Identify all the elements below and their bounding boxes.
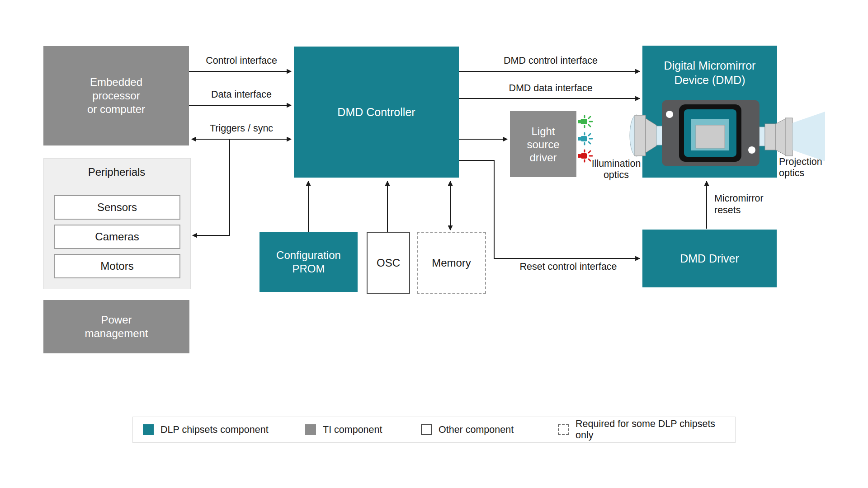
legend-label: Required for some DLP chipsets only — [576, 418, 735, 441]
triggers-sync-label: Triggers / sync — [210, 123, 273, 134]
motors-box: Motors — [54, 254, 180, 278]
memory-box: Memory — [417, 232, 486, 294]
dmd-chip-illustration — [624, 90, 832, 174]
required-component-swatch — [558, 424, 569, 435]
legend-item-required: Required for some DLP chipsets only — [558, 417, 735, 442]
projection-light-cone — [793, 112, 825, 161]
legend-item-other: Other component — [421, 417, 514, 442]
dmd-control-interface-label: DMD control interface — [504, 55, 598, 66]
legend-label: DLP chipsets component — [160, 424, 269, 436]
embedded-processor-box: Embedded processor or computer — [43, 46, 189, 145]
legend-item-dlp: DLP chipsets component — [143, 417, 269, 442]
dlp-component-swatch — [143, 424, 154, 435]
data-interface-label: Data interface — [211, 89, 272, 100]
light-source-driver-box: Light source driver — [510, 111, 576, 177]
osc-box: OSC — [367, 232, 410, 294]
dmd-controller-box: DMD Controller — [294, 47, 459, 178]
ti-component-swatch — [305, 424, 316, 435]
right-lens-ring — [785, 118, 793, 156]
arrow-triggers-to-peripherials — [193, 139, 230, 235]
right-lens-barrel — [765, 124, 776, 150]
dmd-mirror-array — [696, 125, 725, 148]
left-lens-taper — [646, 118, 656, 153]
legend: DLP chipsets component TI component Othe… — [132, 417, 736, 443]
legend-label: Other component — [439, 424, 514, 436]
chip-screw-bottom — [748, 146, 755, 154]
peripherials-title: Peripherials — [43, 166, 190, 178]
left-lens-barrel — [635, 115, 646, 156]
other-component-swatch — [421, 424, 432, 435]
right-light-connector — [760, 127, 765, 146]
led-red-icon — [578, 149, 594, 163]
cameras-box: Cameras — [54, 225, 180, 249]
micromirror-resets-label: Micromirror resets — [714, 192, 764, 216]
dlp-chipset-block-diagram: Embedded processor or computer Peripheri… — [0, 0, 868, 488]
legend-item-ti: TI component — [305, 417, 382, 442]
chip-screw-top — [666, 111, 673, 118]
led-green-icon — [578, 115, 594, 128]
reset-control-interface-label: Reset control interface — [519, 261, 617, 272]
sensors-box: Sensors — [54, 195, 180, 220]
configuration-prom-box: Configuration PROM — [259, 232, 358, 292]
power-management-box: Power management — [43, 300, 189, 353]
led-teal-icon — [578, 132, 594, 145]
right-lens-taper — [776, 119, 785, 155]
control-interface-label: Control interface — [206, 55, 277, 66]
legend-label: TI component — [323, 424, 382, 436]
left-light-connector — [656, 126, 663, 145]
dmd-data-interface-label: DMD data interface — [509, 83, 592, 94]
dmd-driver-box: DMD Driver — [642, 230, 777, 287]
